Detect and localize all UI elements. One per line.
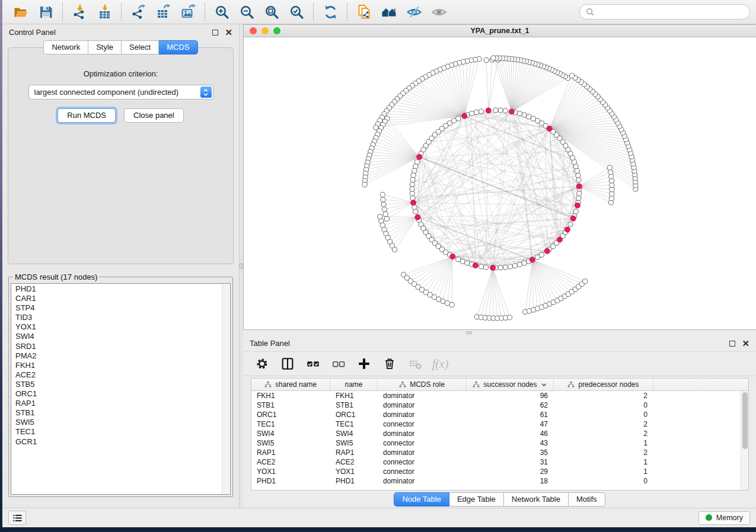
graph-hub-node[interactable] <box>547 126 552 132</box>
select-all-icon[interactable] <box>305 356 321 372</box>
graph-node[interactable] <box>484 265 489 270</box>
table-cell[interactable]: STB1 <box>251 400 330 410</box>
table-cell[interactable]: YOX1 <box>251 467 330 476</box>
minimize-window-icon[interactable] <box>261 27 269 34</box>
table-cell[interactable]: 47 <box>467 419 554 429</box>
graph-node[interactable] <box>569 73 574 78</box>
table-cell[interactable]: SWI5 <box>251 438 330 448</box>
table-row[interactable]: ORC1ORC1dominator610 <box>251 410 748 419</box>
table-cell[interactable]: dominator <box>378 448 467 457</box>
graph-node[interactable] <box>381 197 385 202</box>
column-header-name[interactable]: name <box>330 379 378 390</box>
tab-node-table[interactable]: Node Table <box>394 492 449 507</box>
graph-node[interactable] <box>493 108 498 113</box>
table-cell[interactable]: 2 <box>554 429 653 438</box>
graph-node[interactable] <box>382 207 387 211</box>
list-item[interactable]: SWI4 <box>15 332 230 341</box>
graph-node[interactable] <box>508 264 512 269</box>
graph-hub-node[interactable] <box>575 203 580 208</box>
tab-network[interactable]: Network <box>43 40 88 55</box>
table-cell[interactable]: 2 <box>554 419 653 429</box>
table-cell[interactable]: FKH1 <box>251 391 330 400</box>
list-item[interactable]: SWI5 <box>15 418 230 427</box>
table-cell[interactable]: SWI4 <box>330 429 378 438</box>
search-box[interactable] <box>579 4 750 20</box>
graph-hub-node[interactable] <box>415 214 420 220</box>
vertical-splitter[interactable] <box>239 24 243 508</box>
list-scrollbar[interactable] <box>222 284 229 493</box>
graph-node[interactable] <box>474 110 479 115</box>
float-panel-icon[interactable] <box>729 341 735 347</box>
table-cell[interactable]: 1 <box>554 438 653 448</box>
column-header-predecessor-nodes[interactable]: predecessor nodes <box>554 379 653 390</box>
table-cell[interactable]: 35 <box>467 448 554 457</box>
list-item[interactable]: RAP1 <box>15 399 230 408</box>
close-window-icon[interactable] <box>250 27 257 34</box>
table-row[interactable]: PHD1PHD1dominator180 <box>251 476 748 486</box>
memory-button[interactable]: Memory <box>698 511 750 525</box>
table-cell[interactable]: connector <box>378 419 467 429</box>
graph-node[interactable] <box>531 116 535 121</box>
zoom-fit-icon[interactable] <box>259 2 284 22</box>
graph-node[interactable] <box>383 211 388 216</box>
graph-node[interactable] <box>413 164 418 169</box>
list-item[interactable]: GCR1 <box>15 437 230 447</box>
graph-node[interactable] <box>522 261 527 265</box>
table-scrollbar[interactable] <box>741 391 748 490</box>
table-cell[interactable]: 1 <box>554 467 653 476</box>
graph-hub-node[interactable] <box>473 263 478 268</box>
graph-node[interactable] <box>410 196 415 200</box>
show-hidden-icon[interactable] <box>426 2 451 22</box>
column-header-shared-name[interactable]: shared name <box>251 379 330 390</box>
scrollbar-thumb[interactable] <box>742 392 748 449</box>
table-cell[interactable]: connector <box>378 467 467 476</box>
graph-node[interactable] <box>512 263 517 268</box>
table-cell[interactable]: connector <box>378 457 467 467</box>
zoom-selected-icon[interactable] <box>284 2 309 22</box>
graph-node[interactable] <box>460 259 465 264</box>
table-cell[interactable]: dominator <box>378 476 467 486</box>
table-cell[interactable]: 62 <box>467 400 554 410</box>
splitter-handle[interactable] <box>466 331 472 334</box>
graph-node[interactable] <box>503 265 508 270</box>
graph-hub-node[interactable] <box>570 216 576 221</box>
table-cell[interactable]: FKH1 <box>330 391 378 400</box>
graph-node[interactable] <box>498 265 503 270</box>
column-header-successor-nodes[interactable]: successor nodes <box>467 379 554 390</box>
graph-node[interactable] <box>441 299 445 303</box>
run-mcds-button[interactable]: Run MCDS <box>58 108 116 123</box>
zoom-out-icon[interactable] <box>234 2 259 22</box>
close-panel-icon[interactable]: ✕ <box>742 339 749 348</box>
graph-node[interactable] <box>479 264 483 269</box>
graph-node[interactable] <box>575 168 579 173</box>
graph-hub-node[interactable] <box>490 265 496 270</box>
tab-style[interactable]: Style <box>88 40 122 55</box>
table-cell[interactable]: dominator <box>378 391 467 400</box>
refresh-icon[interactable] <box>318 2 343 22</box>
graph-node[interactable] <box>568 222 573 227</box>
table-row[interactable]: RAP1RAP1dominator352 <box>251 448 748 457</box>
export-network-icon[interactable] <box>126 2 151 22</box>
graph-node[interactable] <box>436 297 441 302</box>
graph-node[interactable] <box>449 302 454 307</box>
list-item[interactable]: SRD1 <box>15 342 230 351</box>
table-cell[interactable]: 0 <box>554 476 653 486</box>
graph-node[interactable] <box>539 252 544 257</box>
hide-selected-icon[interactable] <box>401 2 426 22</box>
mcds-result-list[interactable]: PHD1CAR1STP4TID3YOX1SWI4SRD1PMA2FKH1ACE2… <box>11 283 231 495</box>
table-cell[interactable]: PHD1 <box>251 476 330 486</box>
table-cell[interactable]: 2 <box>554 391 653 400</box>
graph-hub-node[interactable] <box>576 184 582 189</box>
export-table-icon[interactable] <box>151 2 176 22</box>
table-cell[interactable]: 61 <box>467 410 554 419</box>
graph-node[interactable] <box>411 173 416 178</box>
list-item[interactable]: STB5 <box>15 380 230 389</box>
graph-hub-node[interactable] <box>509 109 514 114</box>
column-header-mcds-role[interactable]: MCDS role <box>378 379 467 390</box>
close-panel-icon[interactable]: ✕ <box>225 28 232 37</box>
table-cell[interactable]: 18 <box>467 476 554 486</box>
graph-hub-node[interactable] <box>529 257 535 262</box>
horizontal-splitter[interactable] <box>243 330 756 335</box>
table-cell[interactable]: 1 <box>554 457 653 467</box>
export-image-icon[interactable] <box>176 2 200 22</box>
